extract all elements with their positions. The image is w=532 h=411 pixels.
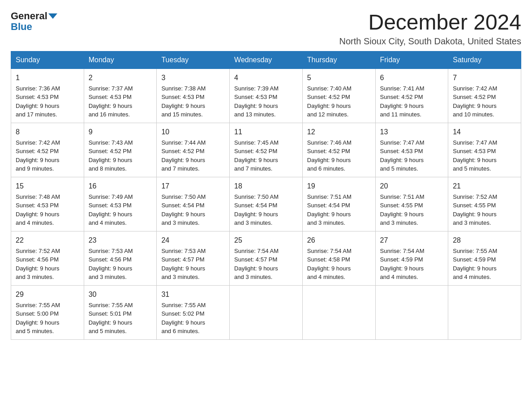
day-info: Sunrise: 7:36 AMSunset: 4:53 PMDaylight:… xyxy=(16,85,60,118)
day-info: Sunrise: 7:40 AMSunset: 4:52 PMDaylight:… xyxy=(307,85,352,118)
day-number: 3 xyxy=(161,73,225,83)
calendar-cell: 3 Sunrise: 7:38 AMSunset: 4:53 PMDayligh… xyxy=(157,68,230,123)
day-number: 20 xyxy=(380,181,444,192)
day-info: Sunrise: 7:53 AMSunset: 4:56 PMDaylight:… xyxy=(89,248,133,281)
logo-triangle-icon xyxy=(48,13,57,19)
calendar-cell: 14 Sunrise: 7:47 AMSunset: 4:53 PMDaylig… xyxy=(448,123,521,177)
calendar-week-row: 8 Sunrise: 7:42 AMSunset: 4:52 PMDayligh… xyxy=(11,123,521,177)
header-tuesday: Tuesday xyxy=(157,51,230,68)
day-info: Sunrise: 7:47 AMSunset: 4:53 PMDaylight:… xyxy=(380,139,425,172)
day-number: 28 xyxy=(453,235,516,246)
day-info: Sunrise: 7:55 AMSunset: 5:00 PMDaylight:… xyxy=(16,302,60,335)
day-number: 26 xyxy=(307,235,371,246)
calendar-cell: 11 Sunrise: 7:45 AMSunset: 4:52 PMDaylig… xyxy=(230,123,303,177)
day-info: Sunrise: 7:45 AMSunset: 4:52 PMDaylight:… xyxy=(234,139,279,172)
day-number: 1 xyxy=(16,73,79,83)
day-info: Sunrise: 7:48 AMSunset: 4:53 PMDaylight:… xyxy=(16,193,60,227)
day-info: Sunrise: 7:54 AMSunset: 4:58 PMDaylight:… xyxy=(307,248,352,281)
calendar-cell xyxy=(302,285,375,339)
day-info: Sunrise: 7:55 AMSunset: 5:02 PMDaylight:… xyxy=(161,302,206,335)
day-number: 17 xyxy=(161,181,225,192)
calendar-week-row: 22 Sunrise: 7:52 AMSunset: 4:56 PMDaylig… xyxy=(11,231,521,285)
day-number: 11 xyxy=(234,127,298,137)
calendar-cell: 8 Sunrise: 7:42 AMSunset: 4:52 PMDayligh… xyxy=(11,123,84,177)
day-number: 18 xyxy=(234,181,298,192)
calendar-cell: 17 Sunrise: 7:50 AMSunset: 4:54 PMDaylig… xyxy=(157,177,230,231)
header-saturday: Saturday xyxy=(448,51,521,68)
day-info: Sunrise: 7:53 AMSunset: 4:57 PMDaylight:… xyxy=(161,248,206,281)
logo: General Blue xyxy=(11,11,57,32)
day-number: 13 xyxy=(380,127,444,137)
logo-general-text: General xyxy=(11,11,47,21)
title-block: December 2024 North Sioux City, South Da… xyxy=(339,11,522,47)
day-number: 23 xyxy=(89,235,152,246)
calendar-cell: 15 Sunrise: 7:48 AMSunset: 4:53 PMDaylig… xyxy=(11,177,84,231)
calendar-cell xyxy=(448,285,521,339)
day-number: 4 xyxy=(234,73,298,83)
logo-blue-text: Blue xyxy=(11,21,32,32)
day-info: Sunrise: 7:46 AMSunset: 4:52 PMDaylight:… xyxy=(307,139,352,172)
calendar-cell: 31 Sunrise: 7:55 AMSunset: 5:02 PMDaylig… xyxy=(157,285,230,339)
header-monday: Monday xyxy=(84,51,157,68)
day-number: 8 xyxy=(16,127,79,137)
day-info: Sunrise: 7:42 AMSunset: 4:52 PMDaylight:… xyxy=(453,85,497,118)
day-number: 29 xyxy=(16,289,79,300)
day-number: 6 xyxy=(380,73,444,83)
calendar-cell: 16 Sunrise: 7:49 AMSunset: 4:53 PMDaylig… xyxy=(84,177,157,231)
calendar-cell: 25 Sunrise: 7:54 AMSunset: 4:57 PMDaylig… xyxy=(230,231,303,285)
day-number: 10 xyxy=(161,127,225,137)
day-info: Sunrise: 7:51 AMSunset: 4:55 PMDaylight:… xyxy=(380,193,425,227)
day-number: 5 xyxy=(307,73,371,83)
calendar-week-row: 15 Sunrise: 7:48 AMSunset: 4:53 PMDaylig… xyxy=(11,177,521,231)
day-info: Sunrise: 7:55 AMSunset: 4:59 PMDaylight:… xyxy=(453,248,497,281)
calendar-cell xyxy=(230,285,303,339)
day-info: Sunrise: 7:39 AMSunset: 4:53 PMDaylight:… xyxy=(234,85,279,118)
day-number: 24 xyxy=(161,235,225,246)
day-info: Sunrise: 7:49 AMSunset: 4:53 PMDaylight:… xyxy=(89,193,133,227)
day-number: 19 xyxy=(307,181,371,192)
calendar-cell: 21 Sunrise: 7:52 AMSunset: 4:55 PMDaylig… xyxy=(448,177,521,231)
day-number: 30 xyxy=(89,289,152,300)
calendar-header-row: Sunday Monday Tuesday Wednesday Thursday… xyxy=(11,51,521,68)
day-info: Sunrise: 7:37 AMSunset: 4:53 PMDaylight:… xyxy=(89,85,133,118)
calendar-cell: 18 Sunrise: 7:50 AMSunset: 4:54 PMDaylig… xyxy=(230,177,303,231)
calendar-cell: 28 Sunrise: 7:55 AMSunset: 4:59 PMDaylig… xyxy=(448,231,521,285)
calendar-cell xyxy=(375,285,448,339)
calendar-cell: 13 Sunrise: 7:47 AMSunset: 4:53 PMDaylig… xyxy=(375,123,448,177)
calendar-cell: 4 Sunrise: 7:39 AMSunset: 4:53 PMDayligh… xyxy=(230,68,303,123)
calendar-cell: 5 Sunrise: 7:40 AMSunset: 4:52 PMDayligh… xyxy=(302,68,375,123)
day-number: 22 xyxy=(16,235,79,246)
day-info: Sunrise: 7:43 AMSunset: 4:52 PMDaylight:… xyxy=(89,139,133,172)
calendar-cell: 7 Sunrise: 7:42 AMSunset: 4:52 PMDayligh… xyxy=(448,68,521,123)
header-friday: Friday xyxy=(375,51,448,68)
day-number: 12 xyxy=(307,127,371,137)
day-info: Sunrise: 7:52 AMSunset: 4:55 PMDaylight:… xyxy=(453,193,497,227)
day-number: 9 xyxy=(89,127,152,137)
day-number: 21 xyxy=(453,181,516,192)
calendar-cell: 23 Sunrise: 7:53 AMSunset: 4:56 PMDaylig… xyxy=(84,231,157,285)
header-sunday: Sunday xyxy=(11,51,84,68)
month-title: December 2024 xyxy=(339,11,522,34)
day-number: 27 xyxy=(380,235,444,246)
day-info: Sunrise: 7:47 AMSunset: 4:53 PMDaylight:… xyxy=(453,139,497,172)
day-number: 14 xyxy=(453,127,516,137)
calendar-cell: 20 Sunrise: 7:51 AMSunset: 4:55 PMDaylig… xyxy=(375,177,448,231)
page-header: General Blue December 2024 North Sioux C… xyxy=(11,11,521,47)
day-info: Sunrise: 7:55 AMSunset: 5:01 PMDaylight:… xyxy=(89,302,133,335)
day-number: 7 xyxy=(453,73,516,83)
calendar-cell: 27 Sunrise: 7:54 AMSunset: 4:59 PMDaylig… xyxy=(375,231,448,285)
day-info: Sunrise: 7:54 AMSunset: 4:57 PMDaylight:… xyxy=(234,248,279,281)
day-info: Sunrise: 7:41 AMSunset: 4:52 PMDaylight:… xyxy=(380,85,425,118)
calendar-week-row: 1 Sunrise: 7:36 AMSunset: 4:53 PMDayligh… xyxy=(11,68,521,123)
day-info: Sunrise: 7:38 AMSunset: 4:53 PMDaylight:… xyxy=(161,85,206,118)
day-number: 2 xyxy=(89,73,152,83)
calendar-cell: 2 Sunrise: 7:37 AMSunset: 4:53 PMDayligh… xyxy=(84,68,157,123)
header-thursday: Thursday xyxy=(302,51,375,68)
calendar-week-row: 29 Sunrise: 7:55 AMSunset: 5:00 PMDaylig… xyxy=(11,285,521,339)
day-info: Sunrise: 7:50 AMSunset: 4:54 PMDaylight:… xyxy=(234,193,279,227)
calendar-cell: 9 Sunrise: 7:43 AMSunset: 4:52 PMDayligh… xyxy=(84,123,157,177)
location-title: North Sioux City, South Dakota, United S… xyxy=(339,36,522,47)
calendar-cell: 19 Sunrise: 7:51 AMSunset: 4:54 PMDaylig… xyxy=(302,177,375,231)
header-wednesday: Wednesday xyxy=(230,51,303,68)
calendar-cell: 29 Sunrise: 7:55 AMSunset: 5:00 PMDaylig… xyxy=(11,285,84,339)
